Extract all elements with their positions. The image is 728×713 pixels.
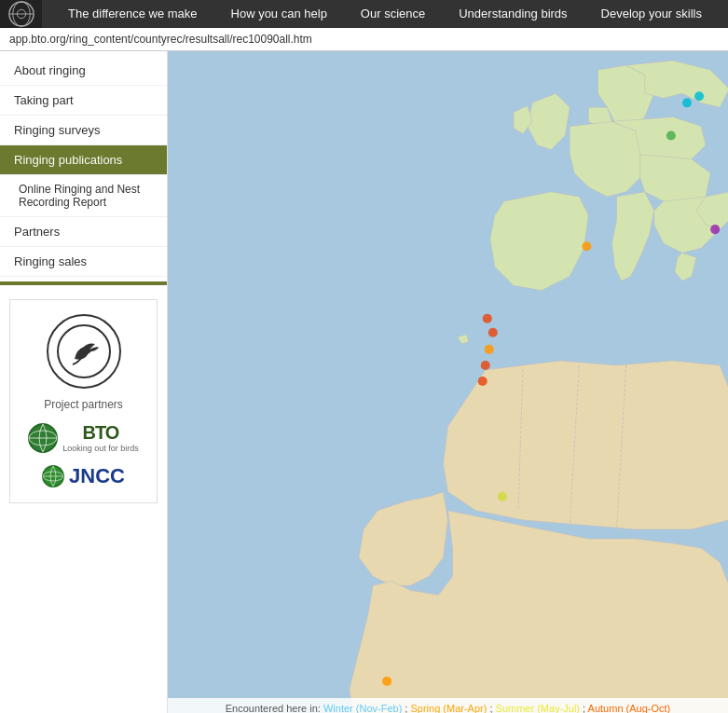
jncc-text: JNCC (69, 464, 125, 488)
map-area: Encountered here in: Winter (Nov-Feb) ; … (168, 51, 728, 713)
nav-skills[interactable]: Develop your skills (584, 0, 719, 28)
map-legend: Encountered here in: Winter (Nov-Feb) ; … (168, 698, 728, 713)
nav-difference[interactable]: The difference we make (51, 0, 214, 28)
sidebar-item-about-ringing[interactable]: About ringing (0, 56, 167, 86)
bto-text: BTO (83, 422, 119, 443)
address-bar[interactable]: app.bto.org/ring_content/countyrec/resul… (0, 28, 728, 51)
jncc-logo[interactable]: JNCC (20, 464, 147, 488)
url-text: app.bto.org/ring_content/countyrec/resul… (9, 33, 312, 46)
sidebar-divider (0, 281, 167, 285)
top-navigation: The difference we make How you can help … (0, 0, 728, 28)
bird-logo-circle (47, 314, 121, 389)
site-logo[interactable] (0, 0, 42, 28)
sidebar-item-ringing-publications[interactable]: Ringing publications (0, 145, 167, 175)
sidebar-item-ringing-surveys[interactable]: Ringing surveys (0, 116, 167, 145)
legend-autumn[interactable]: Autumn (Aug-Oct) (588, 703, 671, 713)
legend-winter[interactable]: Winter (Nov-Feb) (323, 703, 405, 713)
partners-box: Project partners BTO (9, 299, 158, 503)
sidebar: About ringing Taking part Ringing survey… (0, 51, 168, 713)
legend-summer[interactable]: Summer (May-Jul) (496, 703, 584, 713)
main-layout: About ringing Taking part Ringing survey… (0, 51, 728, 713)
bto-tagline: Looking out for birds (62, 444, 139, 453)
nav-science[interactable]: Our science (344, 0, 442, 28)
sidebar-item-ringing-sales[interactable]: Ringing sales (0, 247, 167, 277)
nav-birds[interactable]: Understanding birds (442, 0, 584, 28)
bto-logo[interactable]: BTO Looking out for birds (20, 422, 147, 453)
legend-encountered-label: Encountered here in: (226, 703, 321, 713)
sidebar-item-taking-part[interactable]: Taking part (0, 86, 167, 116)
nav-help[interactable]: How you can help (214, 0, 344, 28)
sidebar-item-online-report[interactable]: Online Ringing and Nest Recording Report (0, 175, 167, 217)
legend-spring[interactable]: Spring (Mar-Apr) (410, 703, 489, 713)
sidebar-item-partners[interactable]: Partners (0, 217, 167, 247)
jncc-globe-icon (42, 465, 64, 487)
project-partners-label: Project partners (20, 398, 147, 411)
bto-globe-icon (28, 423, 58, 453)
